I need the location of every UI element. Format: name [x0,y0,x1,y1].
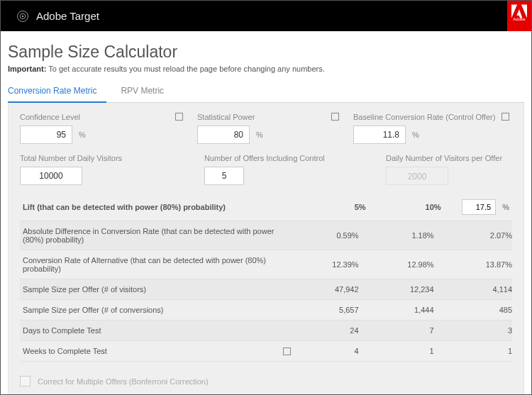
anchor-icon[interactable] [283,347,291,355]
row-val-1: 24 [294,321,369,341]
bonferroni-row: Correct for Multiple Offers (Bonferroni … [20,376,512,386]
confidence-unit: % [79,130,86,139]
row-label: Days to Complete Test [20,321,294,341]
top-bar: Adobe Target Adobe [1,1,531,31]
table-row: Days to Complete Test2473 [20,321,512,341]
confidence-input[interactable] [20,126,72,144]
field-offers: Number of Offers Including Control [204,154,367,185]
row-label: Sample Size per Offer (# of conversions) [20,300,294,321]
lift-header-row: Lift (that can be detected with power (8… [20,194,512,221]
row-val-1: 12.39% [294,250,369,279]
visitors-input[interactable] [20,167,82,185]
field-power: Statistical Power % [197,113,353,144]
lift-col-3: % [444,194,512,221]
row-val-3: 485 [444,300,512,321]
row-val-1: 5,657 [294,300,369,321]
anchor-icon[interactable] [175,113,183,121]
anchor-icon[interactable] [501,113,509,121]
confidence-label: Confidence Level [20,113,197,121]
per-offer-label: Daily Number of Visitors per Offer [386,154,512,162]
input-row-1: Confidence Level % Statistical Power % B… [20,113,512,144]
input-row-2: Total Number of Daily Visitors Number of… [20,154,512,185]
results-table: Lift (that can be detected with power (8… [20,194,512,362]
row-val-3: 13.87% [444,250,512,279]
app-frame: { "header": { "product": "Adobe Target",… [0,0,532,395]
lift-input[interactable] [462,199,496,215]
row-val-2: 7 [369,321,444,341]
adobe-logo: Adobe [507,1,531,31]
tabs: Conversion Rate Metric RPV Metric [8,82,524,103]
offers-label: Number of Offers Including Control [204,154,367,162]
bonferroni-label: Correct for Multiple Offers (Bonferroni … [38,377,209,386]
row-val-1: 0.59% [294,221,369,250]
svg-point-2 [22,15,23,16]
power-input[interactable] [197,126,250,144]
field-confidence: Confidence Level % [20,113,197,144]
note-text: To get accurate results you must reload … [48,65,325,73]
bonferroni-checkbox[interactable] [20,376,31,386]
row-val-3: 1 [444,341,512,362]
tab-rpv[interactable]: RPV Metric [121,82,174,102]
lift-header-label: Lift (that can be detected with power (8… [20,194,294,221]
per-offer-value: 2000 [386,167,448,185]
baseline-label: Baseline Conversion Rate (Control Offer) [353,113,512,121]
anchor-icon[interactable] [331,113,339,121]
row-val-1: 47,942 [294,279,369,300]
note-label: Important: [8,65,46,73]
power-label: Statistical Power [197,113,353,121]
row-val-3: 3 [444,321,512,341]
row-label: Weeks to Complete Test [20,341,294,362]
table-row: Sample Size per Offer (# of conversions)… [20,300,512,321]
row-val-2: 1 [369,341,444,362]
table-row: Sample Size per Offer (# of visitors)47,… [20,279,512,300]
power-unit: % [256,130,263,139]
page-title: Sample Size Calculator [8,43,524,62]
target-icon [16,10,29,23]
visitors-label: Total Number of Daily Visitors [20,154,204,162]
row-val-3: 4,114 [444,279,512,300]
brand: Adobe Target [16,10,99,23]
tab-conversion-rate[interactable]: Conversion Rate Metric [8,82,106,103]
row-label: Sample Size per Offer (# of visitors) [20,279,294,300]
baseline-input[interactable] [353,126,406,144]
row-label: Conversion Rate of Alternative (that can… [20,250,294,279]
lift-col-2: 10% [369,194,444,221]
lift-unit: % [502,203,509,211]
row-val-3: 2.07% [444,221,512,250]
product-name: Adobe Target [36,10,99,22]
main-content: Sample Size Calculator Important: To get… [1,31,531,395]
table-row: Weeks to Complete Test411 [20,341,512,362]
lift-col-1: 5% [294,194,369,221]
calculator-panel: Confidence Level % Statistical Power % B… [8,103,524,395]
row-val-2: 1.18% [369,221,444,250]
row-val-2: 1,444 [369,300,444,321]
important-note: Important: To get accurate results you m… [8,65,524,73]
row-val-1: 4 [294,341,369,362]
table-row: Conversion Rate of Alternative (that can… [20,250,512,279]
adobe-logo-text: Adobe [511,17,527,21]
table-row: Absolute Difference in Conversion Rate (… [20,221,512,250]
row-label: Absolute Difference in Conversion Rate (… [20,221,294,250]
field-per-offer: Daily Number of Visitors per Offer 2000 [367,154,512,185]
row-val-2: 12.98% [369,250,444,279]
field-baseline: Baseline Conversion Rate (Control Offer)… [353,113,512,144]
row-val-2: 12,234 [369,279,444,300]
baseline-unit: % [412,130,419,139]
field-visitors: Total Number of Daily Visitors [20,154,204,185]
offers-input[interactable] [204,167,244,185]
